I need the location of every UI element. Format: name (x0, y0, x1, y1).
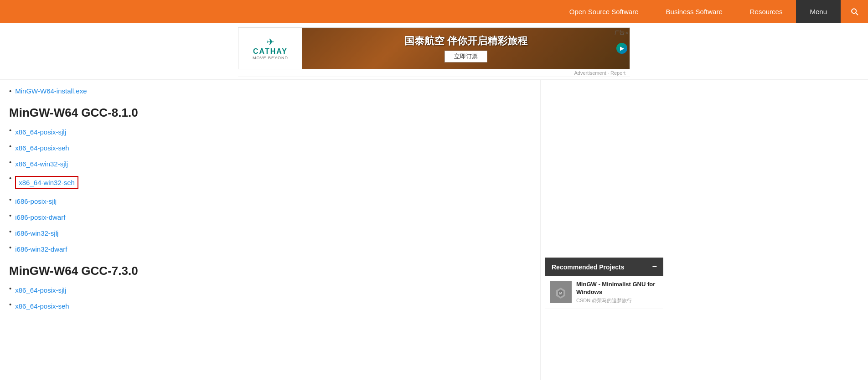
list-item: x86_64-win32-sjlj (9, 157, 531, 170)
rec-author-1: CSDN @荣马的追梦旅行 (576, 297, 659, 304)
list-item: i686-posix-sjlj (9, 195, 531, 208)
cathay-wing-icon: ✈ (267, 36, 274, 47)
list-item: i686-posix-dwarf (9, 211, 531, 224)
ad-image: 广告 × 国泰航空 伴你开启精彩旅程 立即订票 ▶ (302, 28, 630, 69)
nav-open-source[interactable]: Open Source Software (556, 0, 652, 23)
link-x86-win32-seh[interactable]: x86_64-win32-seh (15, 176, 78, 189)
nav-menu[interactable]: Menu (796, 0, 841, 23)
mingw-install-link[interactable]: MinGW-W64-install.exe (15, 87, 87, 95)
ad-close-button[interactable]: 广告 × (615, 29, 628, 36)
nav-resources[interactable]: Resources (736, 0, 796, 23)
main-content: MinGW-W64-install.exe MinGW-W64 GCC-8.1.… (0, 80, 540, 380)
link-s2-x86-posix-seh[interactable]: x86_64-posix-seh (15, 302, 69, 310)
ad-headline: 国泰航空 伴你开启精彩旅程 (404, 34, 527, 48)
list-item: x86_64-posix-seh (9, 141, 531, 155)
section1-title: MinGW-W64 GCC-8.1.0 (9, 106, 531, 120)
nav-business-software[interactable]: Business Software (652, 0, 736, 23)
ad-logo: ✈ CATHAY MOVE BEYOND (238, 30, 302, 67)
cathay-brand-sub: MOVE BEYOND (253, 56, 288, 60)
list-item: x86_64-posix-sjlj (9, 284, 531, 297)
svg-text:M: M (559, 291, 563, 295)
ad-close-icon[interactable]: × (625, 30, 628, 36)
ad-cta-button[interactable]: 立即订票 (444, 51, 487, 62)
list-item: i686-win32-dwarf (9, 243, 531, 256)
list-item: x86_64-posix-sjlj (9, 125, 531, 139)
nav-left-space (0, 0, 556, 23)
recommended-projects-header: Recommended Projects − (545, 258, 663, 276)
nav-search-button[interactable] (841, 0, 868, 23)
recommended-header-label: Recommended Projects (552, 263, 625, 271)
ad-report-text: Advertisement · Report (238, 69, 630, 77)
sidebar: Recommended Projects − M MinGW - Minimal… (540, 80, 668, 380)
ad-banner: ✈ CATHAY MOVE BEYOND 广告 × 国泰航空 伴你开启精彩旅程 … (0, 23, 868, 80)
rec-text-1: MinGW - Minimalist GNU for Windows CSDN … (576, 281, 659, 304)
list-item-highlighted: x86_64-win32-seh (9, 173, 531, 192)
link-x86-posix-seh[interactable]: x86_64-posix-seh (15, 144, 69, 152)
recommended-item-1[interactable]: M MinGW - Minimalist GNU for Windows CSD… (545, 276, 663, 309)
ad-arrow-icon: ▶ (616, 43, 627, 54)
recommended-thumb-1: M (550, 281, 572, 303)
link-x86-posix-sjlj[interactable]: x86_64-posix-sjlj (15, 128, 66, 136)
list-item: x86_64-posix-seh (9, 299, 531, 313)
collapse-button[interactable]: − (652, 262, 657, 272)
link-s2-x86-posix-sjlj[interactable]: x86_64-posix-sjlj (15, 286, 66, 294)
mingw-icon: M (554, 286, 567, 299)
link-i686-posix-dwarf[interactable]: i686-posix-dwarf (15, 213, 65, 221)
link-x86-win32-sjlj[interactable]: x86_64-win32-sjlj (15, 160, 68, 168)
page-layout: MinGW-W64-install.exe MinGW-W64 GCC-8.1.… (0, 80, 868, 380)
link-i686-win32-sjlj[interactable]: i686-win32-sjlj (15, 229, 58, 237)
link-i686-win32-dwarf[interactable]: i686-win32-dwarf (15, 245, 67, 253)
first-bullet-item: MinGW-W64-install.exe (9, 84, 531, 98)
ad-tag-label: 广告 (615, 29, 625, 36)
list-item: i686-win32-sjlj (9, 227, 531, 240)
search-icon (850, 7, 859, 16)
cathay-brand-name: CATHAY (253, 47, 288, 56)
rec-title-1: MinGW - Minimalist GNU for Windows (576, 281, 659, 296)
ad-container: ✈ CATHAY MOVE BEYOND 广告 × 国泰航空 伴你开启精彩旅程 … (238, 27, 630, 69)
top-navigation: Open Source Software Business Software R… (0, 0, 868, 23)
section2-title: MinGW-W64 GCC-7.3.0 (9, 264, 531, 278)
link-i686-posix-sjlj[interactable]: i686-posix-sjlj (15, 197, 57, 205)
